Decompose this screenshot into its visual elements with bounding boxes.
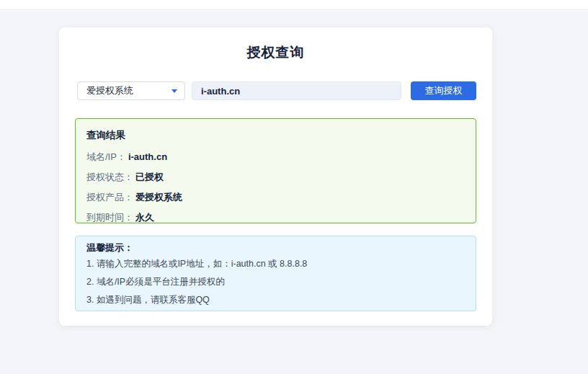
result-label: 授权状态： [86, 172, 133, 182]
product-select-value: 爱授权系统 [86, 84, 133, 97]
result-value: 已授权 [135, 172, 164, 182]
result-title: 查询结果 [86, 130, 465, 141]
result-value: 永久 [135, 212, 154, 223]
tips-item: 1. 请输入完整的域名或IP地址，如：i-auth.cn 或 8.8.8.8 [86, 255, 465, 273]
top-bar [0, 0, 588, 10]
result-value: i-auth.cn [128, 151, 167, 162]
auth-query-card: 授权查询 爱授权系统 查询授权 查询结果 域名/IP：i-auth.cn 授权状… [59, 27, 492, 326]
result-label: 授权产品： [86, 192, 133, 202]
page-title: 授权查询 [59, 43, 492, 62]
result-row-domain: 域名/IP：i-auth.cn [86, 151, 465, 163]
tips-item: 3. 如遇到问题，请联系客服QQ [86, 291, 465, 309]
query-auth-button[interactable]: 查询授权 [411, 81, 476, 100]
tips-item: 2. 域名/IP必须是平台注册并授权的 [86, 273, 465, 291]
product-select[interactable]: 爱授权系统 [77, 81, 185, 100]
result-label: 到期时间： [86, 212, 133, 223]
tips-list: 1. 请输入完整的域名或IP地址，如：i-auth.cn 或 8.8.8.8 2… [86, 255, 465, 309]
tips-panel: 温馨提示： 1. 请输入完整的域名或IP地址，如：i-auth.cn 或 8.8… [75, 236, 476, 311]
query-result-panel: 查询结果 域名/IP：i-auth.cn 授权状态：已授权 授权产品：爱授权系统… [75, 118, 476, 223]
tips-title: 温馨提示： [86, 242, 465, 254]
result-row-expiry: 到期时间：永久 [86, 212, 465, 223]
query-form: 爱授权系统 查询授权 [59, 81, 492, 100]
result-row-status: 授权状态：已授权 [86, 172, 465, 183]
result-label: 域名/IP： [86, 151, 126, 162]
result-row-product: 授权产品：爱授权系统 [86, 192, 465, 203]
domain-input[interactable] [192, 81, 401, 100]
result-value: 爱授权系统 [135, 192, 182, 202]
chevron-down-icon [172, 89, 177, 93]
